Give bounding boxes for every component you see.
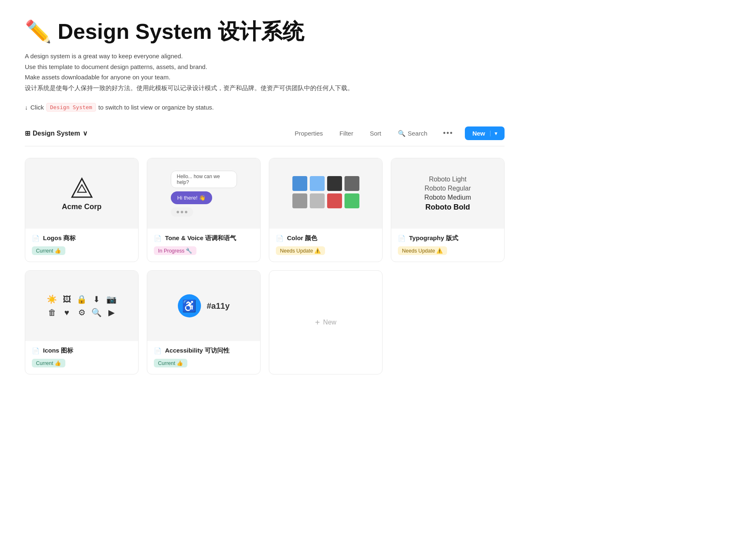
- card-tone-body: 📄 Tone & Voice 语调和语气 In Progress 🔧: [147, 229, 260, 262]
- card-color-title: Color 颜色: [287, 234, 317, 242]
- card-accessibility[interactable]: ♿ #a11y 📄 Accessibility 可访问性 Current 👍: [147, 270, 261, 374]
- doc-icon-tone: 📄: [154, 235, 162, 242]
- badge-accessibility: Current 👍: [154, 359, 187, 367]
- hint-line: ↓ Click Design System to switch to list …: [25, 103, 505, 112]
- card-icons-body: 📄 Icons 图标 Current 👍: [25, 341, 138, 374]
- bubble-typing: [171, 207, 193, 217]
- search-button[interactable]: 🔍 Search: [394, 127, 432, 140]
- card-tone[interactable]: Hello... how can we help? Hi there! 👋 📄 …: [147, 158, 261, 262]
- card-accessibility-thumb: ♿ #a11y: [147, 271, 260, 341]
- settings-icon: ⚙: [78, 308, 86, 317]
- toolbar-right: Properties Filter Sort 🔍 Search ••• New …: [290, 126, 505, 140]
- cards-grid: Acme Corp 📄 Logos 商标 Current 👍 Hello... …: [25, 158, 505, 374]
- new-button[interactable]: New ▾: [465, 126, 505, 140]
- card-typography-title: Typography 版式: [409, 234, 458, 242]
- new-card-label: New: [323, 319, 336, 326]
- page-title: ✏️ Design System 设计系统: [25, 20, 505, 43]
- badge-tone: In Progress 🔧: [154, 246, 196, 255]
- doc-icon-typo: 📄: [398, 235, 406, 242]
- card-typography-thumb: Roboto Light Roboto Regular Roboto Mediu…: [391, 158, 504, 229]
- a11y-label: #a11y: [207, 301, 230, 311]
- search-icon: 🔍: [398, 130, 406, 137]
- card-typography[interactable]: Roboto Light Roboto Regular Roboto Mediu…: [391, 158, 505, 262]
- filter-button[interactable]: Filter: [335, 127, 357, 139]
- page-description: A design system is a great way to keep e…: [25, 51, 505, 93]
- badge-color: Needs Update ⚠️: [276, 246, 325, 255]
- card-accessibility-title: Accessibility 可访问性: [165, 347, 230, 355]
- badge-logos: Current 👍: [32, 246, 65, 255]
- doc-icon-color: 📄: [276, 235, 284, 242]
- card-color[interactable]: 📄 Color 颜色 Needs Update ⚠️: [269, 158, 383, 262]
- search-icon-card: 🔍: [91, 308, 102, 317]
- bubble-hi: Hi there! 👋: [171, 191, 213, 204]
- sort-button[interactable]: Sort: [366, 127, 385, 139]
- download-icon: ⬇: [93, 294, 100, 304]
- image-icon: 🖼: [63, 295, 71, 304]
- new-card-placeholder[interactable]: + New: [269, 270, 383, 374]
- hint-chip[interactable]: Design System: [46, 103, 96, 112]
- typo-bold: Roboto Bold: [426, 203, 470, 212]
- heart-icon: ♥: [65, 308, 69, 317]
- new-card-plus-icon: +: [315, 318, 320, 327]
- card-logos[interactable]: Acme Corp 📄 Logos 商标 Current 👍: [25, 158, 139, 262]
- chevron-down-icon: ∨: [83, 129, 88, 137]
- play-icon: ▶: [108, 308, 115, 317]
- more-options-button[interactable]: •••: [440, 127, 457, 139]
- card-tone-thumb: Hello... how can we help? Hi there! 👋: [147, 158, 260, 229]
- doc-icon-a11y: 📄: [154, 347, 162, 355]
- bubble-hello: Hello... how can we help?: [171, 171, 237, 188]
- doc-icon-icons: 📄: [32, 347, 40, 355]
- toolbar-title: Design System: [33, 130, 80, 137]
- card-typography-body: 📄 Typography 版式 Needs Update ⚠️: [391, 229, 504, 262]
- typo-medium: Roboto Medium: [424, 194, 471, 201]
- card-icons[interactable]: ☀️ 🖼 🔒 ⬇ 📷 🗑 ♥ ⚙ 🔍 ▶ 📄 Icons 图标 Current …: [25, 270, 139, 374]
- a11y-circle: ♿: [178, 294, 201, 317]
- grid-view-icon: ⊞: [25, 129, 30, 137]
- logos-brand-name: Acme Corp: [62, 203, 101, 211]
- doc-icon: 📄: [32, 235, 40, 242]
- card-icons-thumb: ☀️ 🖼 🔒 ⬇ 📷 🗑 ♥ ⚙ 🔍 ▶: [25, 271, 138, 341]
- svg-marker-0: [72, 179, 92, 197]
- card-logos-title: Logos 商标: [43, 234, 76, 242]
- card-logos-body: 📄 Logos 商标 Current 👍: [25, 229, 138, 262]
- card-logos-thumb: Acme Corp: [25, 158, 138, 229]
- trash-icon: 🗑: [48, 308, 56, 317]
- badge-typography: Needs Update ⚠️: [398, 246, 447, 255]
- card-tone-title: Tone & Voice 语调和语气: [165, 234, 236, 242]
- card-color-thumb: [269, 158, 382, 229]
- badge-icons: Current 👍: [32, 359, 65, 367]
- typo-light: Roboto Light: [429, 176, 467, 183]
- typo-regular: Roboto Regular: [424, 185, 471, 192]
- new-caret-icon[interactable]: ▾: [490, 131, 497, 136]
- card-icons-title: Icons 图标: [43, 347, 73, 355]
- toolbar: ⊞ Design System ∨ Properties Filter Sort…: [25, 126, 505, 146]
- lock-icon: 🔒: [77, 294, 87, 304]
- view-title-button[interactable]: ⊞ Design System ∨: [25, 129, 88, 137]
- properties-button[interactable]: Properties: [290, 127, 327, 139]
- card-accessibility-body: 📄 Accessibility 可访问性 Current 👍: [147, 341, 260, 374]
- camera-icon: 📷: [106, 294, 117, 304]
- svg-marker-1: [77, 185, 86, 192]
- card-color-body: 📄 Color 颜色 Needs Update ⚠️: [269, 229, 382, 262]
- sun-icon: ☀️: [47, 294, 57, 304]
